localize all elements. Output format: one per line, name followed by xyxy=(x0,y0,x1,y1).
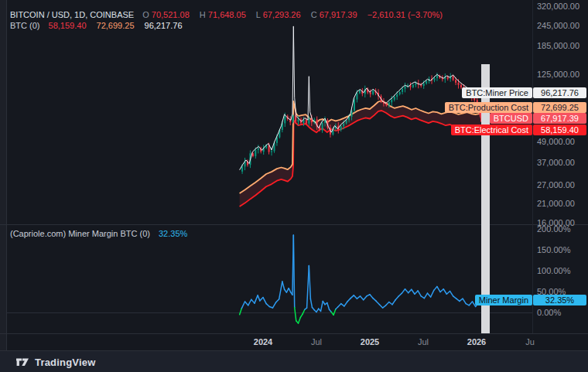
symbol-row[interactable]: BITCOIN / USD, 1D, COINBASE O 70,521.08 … xyxy=(10,10,446,20)
price-flag-value: 67,917.39 xyxy=(533,113,586,124)
indicator-title: BTC (0) xyxy=(10,21,40,30)
time-tick-label: Jul xyxy=(418,337,429,346)
price-flag-value: 58,159.40 xyxy=(533,125,586,135)
price-tick-label: 49,000.00 xyxy=(537,137,575,146)
footer-toolbar: TradingView xyxy=(0,350,588,372)
high-label: H xyxy=(200,10,206,19)
price-tick-label: 185,000.00 xyxy=(537,41,579,50)
production-cost-value: 72,699.25 xyxy=(97,21,135,30)
change-value: −2,610.31 (−3.70%) xyxy=(368,10,443,19)
electrical-cost-value: 58,159.40 xyxy=(49,21,87,30)
price-tick-label: 320,000.00 xyxy=(537,2,579,11)
tradingview-logo-icon[interactable] xyxy=(15,357,29,367)
miner-price-value: 96,217.76 xyxy=(145,21,183,30)
price-flag-btc-electrical-cost: BTC:Electrical Cost xyxy=(451,125,532,135)
open-label: O xyxy=(142,10,149,19)
open-value: 70,521.08 xyxy=(152,10,190,19)
price-tick-label: 125,000.00 xyxy=(537,70,579,79)
chart-window: BITCOIN / USD, 1D, COINBASE O 70,521.08 … xyxy=(0,0,588,372)
price-tick-label: 245,000.00 xyxy=(537,21,579,30)
tradingview-brand[interactable]: TradingView xyxy=(35,357,96,368)
time-tick-label: Jul xyxy=(311,337,322,346)
price-flag-btc-miner-price: BTC:Miner Price xyxy=(462,87,532,98)
close-label: C xyxy=(311,10,317,19)
margin-indicator-title: (Capriole.com) Miner Margin BTC (0) xyxy=(10,229,150,238)
margin-current-value: 32.35% xyxy=(159,229,187,238)
price-flag-miner-margin: Miner Margin xyxy=(475,295,532,305)
time-tick-label: 2024 xyxy=(254,337,272,346)
low-value: 67,293.26 xyxy=(263,10,301,19)
close-value: 67,917.39 xyxy=(320,10,357,19)
price-flag-value: 96,217.76 xyxy=(533,87,586,98)
price-tick-label: 37,000.00 xyxy=(537,158,575,167)
percent-tick-label: 150.00% xyxy=(537,245,570,254)
price-flag-btc-production-cost: BTC:Production Cost xyxy=(445,102,532,113)
price-tick-label: 21,000.00 xyxy=(537,199,575,208)
percent-tick-label: 200.00% xyxy=(537,224,570,234)
main-legend: BITCOIN / USD, 1D, COINBASE O 70,521.08 … xyxy=(10,10,446,32)
time-tick-label: Ju xyxy=(525,337,535,346)
high-value: 71,648.05 xyxy=(208,10,246,19)
price-flag-btcusd: BTCUSD xyxy=(490,113,532,124)
indicator-row-miner-cost[interactable]: BTC (0) 58,159.40 72,699.25 96,217.76 xyxy=(10,21,446,31)
price-tick-label: 27,000.00 xyxy=(537,180,575,189)
percent-tick-label: 0.00% xyxy=(537,308,561,317)
symbol-title: BITCOIN / USD, 1D, COINBASE xyxy=(10,10,134,19)
time-tick-label: 2026 xyxy=(467,337,486,346)
chart-canvas[interactable] xyxy=(0,0,588,372)
price-flag-value: 32.35% xyxy=(533,295,586,305)
low-label: L xyxy=(256,10,261,19)
margin-legend[interactable]: (Capriole.com) Miner Margin BTC (0) 32.3… xyxy=(10,229,187,239)
percent-tick-label: 100.00% xyxy=(537,266,570,275)
price-flag-value: 72,699.25 xyxy=(533,102,586,113)
time-tick-label: 2025 xyxy=(361,337,379,346)
